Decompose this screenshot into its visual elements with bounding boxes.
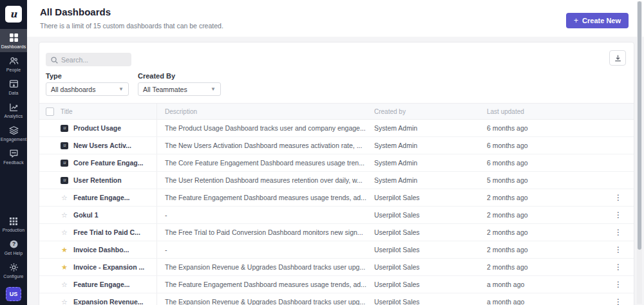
row-menu-button[interactable]: ⋮ [612,279,625,290]
star-icon: ★ [61,263,68,272]
svg-text:?: ? [12,241,15,247]
row-menu-button[interactable]: ⋮ [612,262,625,272]
created-by-filter-select[interactable]: All Teammates ▼ [138,82,221,96]
row-last-updated: 2 months ago [487,228,603,236]
sidebar-item-label: Production [3,228,24,232]
table-row[interactable]: ☆ Gokul 1 - Userpilot Sales 2 months ago… [39,207,634,224]
star-icon: ☆ [61,281,68,289]
sidebar-item-production[interactable]: Production [0,213,27,236]
table-row[interactable]: ☆ Feature Engage... The Feature Engageme… [39,189,634,207]
row-last-updated: 5 months ago [487,176,603,184]
table-row[interactable]: ★ Invoice - Expansion ... The Expansion … [39,259,634,276]
page-title: All Dashboards [40,6,631,17]
table-row[interactable]: u New Users Activ... The New Users Activ… [39,137,634,154]
row-menu-button[interactable]: ⋮ [612,297,625,305]
created-by-filter-label: Created By [138,72,221,80]
data-icon [9,79,19,89]
star-icon: ★ [61,246,68,254]
row-title: Expansion Revenue... [73,298,144,305]
row-description: The Expansion Revenue & Upgrades Dashboa… [157,263,374,271]
row-created-by: Userpilot Sales [374,281,487,288]
main-content: All Dashboards There is a limit of 15 cu… [27,0,644,305]
created-by-filter-value: All Teammates [143,86,187,93]
configure-icon [9,263,19,272]
sidebar-item-analytics[interactable]: Analytics [0,98,27,122]
sidebar-item-feedback[interactable]: Feedback [0,145,27,168]
engagement-icon [9,125,19,135]
help-icon: ? [9,239,19,249]
row-last-updated: 6 months ago [487,142,603,149]
sidebar-item-people[interactable]: People [0,52,27,75]
row-description: The User Retention Dashboard measures re… [157,176,374,184]
user-avatar[interactable]: US [6,287,21,301]
dashboards-table: Title Description Created by Last update… [39,103,634,305]
row-created-by: System Admin [374,124,487,132]
row-menu-button[interactable]: ⋮ [612,245,625,255]
row-menu-button[interactable]: ⋮ [612,192,625,203]
row-description: The Feature Engagement Dashboard measure… [157,194,374,201]
star-icon: ☆ [61,298,68,305]
sidebar-item-label: Analytics [5,114,23,118]
row-last-updated: 2 months ago [487,211,603,219]
dashboard-badge-icon: u [61,142,68,149]
row-description: The Product Usage Dashboard tracks user … [157,124,374,132]
sidebar-item-dashboards[interactable]: Dashboards [0,29,27,52]
row-description: The Feature Engagement Dashboard measure… [157,281,374,288]
star-icon: ☆ [61,228,68,237]
table-row[interactable]: u Product Usage The Product Usage Dashbo… [39,120,634,137]
star-icon: ☆ [61,194,68,202]
people-icon [9,56,19,66]
table-row[interactable]: u User Retention The User Retention Dash… [39,172,634,189]
sidebar-item-configure[interactable]: Configure [0,259,27,282]
column-header-last-updated: Last updated [487,108,603,115]
row-last-updated: 2 months ago [487,246,603,254]
userpilot-logo[interactable]: u [5,6,22,23]
sidebar-item-label: Dashboards [1,44,26,49]
create-new-label: Create New [582,17,621,24]
sidebar-item-get-help[interactable]: ? Get Help [0,236,27,259]
dashboards-icon [9,33,19,42]
sidebar-item-data[interactable]: Data [0,75,27,98]
vertical-scrollbar[interactable] [637,1,642,304]
plus-icon: + [574,16,578,25]
row-created-by: Userpilot Sales [374,228,487,236]
create-new-button[interactable]: + Create New [566,13,629,28]
select-all-checkbox[interactable] [46,107,54,116]
sidebar-item-label: Configure [3,274,23,279]
row-description: The Expansion Revenue & Upgrades Dashboa… [157,298,374,305]
app-window: u Dashboards People Data [0,0,644,305]
row-last-updated: 6 months ago [487,159,603,167]
table-row[interactable]: ☆ Free Trial to Paid C... The Free Trial… [39,224,634,241]
row-description: - [157,211,374,219]
download-button[interactable] [609,50,626,66]
table-row[interactable]: ★ Invoice Dashbo... - Userpilot Sales 2 … [39,241,634,259]
row-menu-button[interactable]: ⋮ [612,227,625,237]
sidebar-item-label: Data [8,91,18,95]
row-title: Invoice Dashbo... [73,246,129,254]
sidebar-item-label: Engagement [1,137,27,142]
table-row[interactable]: u Core Feature Engag... The Core Feature… [39,154,634,172]
page-header: All Dashboards There is a limit of 15 cu… [27,0,644,37]
sidebar-item-engagement[interactable]: Engagement [0,122,27,145]
sidebar-nav: Dashboards People Data Analytics [0,29,27,168]
dashboard-badge-icon: u [61,160,68,167]
dashboards-card: Type All dashboards ▼ Created By All Tea… [39,42,634,305]
dashboard-badge-icon: u [61,177,68,184]
row-last-updated: 2 months ago [487,194,603,201]
column-header-created-by: Created by [374,108,487,115]
feedback-icon [9,149,19,158]
row-description: - [157,246,374,254]
scrollbar-thumb[interactable] [638,1,641,250]
star-icon: ☆ [61,211,68,219]
table-row[interactable]: ☆ Feature Engage... The Feature Engageme… [39,276,634,293]
sidebar-item-label: People [6,68,21,72]
type-filter-label: Type [46,72,129,80]
sidebar: u Dashboards People Data [0,0,27,305]
type-filter-select[interactable]: All dashboards ▼ [46,82,129,96]
sidebar-item-label: Get Help [5,251,23,255]
row-created-by: Userpilot Sales [374,298,487,305]
chevron-down-icon: ▼ [211,86,216,92]
table-row[interactable]: ☆ Expansion Revenue... The Expansion Rev… [39,293,634,305]
row-menu-button[interactable]: ⋮ [612,210,625,220]
table-body: u Product Usage The Product Usage Dashbo… [39,120,634,305]
